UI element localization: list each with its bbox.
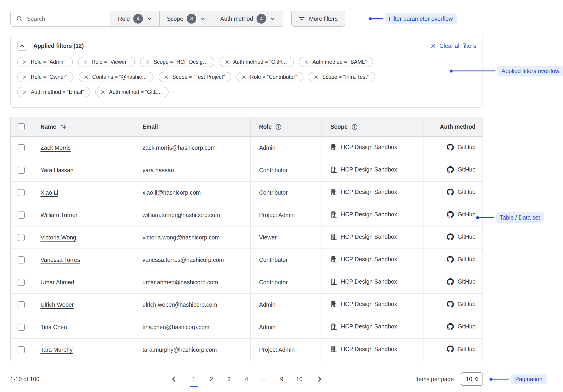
applied-filter-chip[interactable]: Auth method = “GitH… <box>219 57 294 67</box>
annotation-dot <box>369 17 372 20</box>
x-icon[interactable] <box>304 60 309 64</box>
github-icon <box>447 256 454 263</box>
user-name-link[interactable]: Vanessa Torres <box>40 257 80 263</box>
sort-icon[interactable] <box>60 123 67 130</box>
page-button-4[interactable]: 4 <box>242 376 251 382</box>
page-button-9[interactable]: 9 <box>277 376 287 382</box>
auth-method-cell: GitHub <box>424 249 483 271</box>
collapse-toggle-button[interactable] <box>17 41 27 51</box>
dropdown-label: Role <box>118 15 130 22</box>
page-button-2[interactable]: 2 <box>206 376 216 382</box>
x-icon[interactable] <box>22 90 27 95</box>
row-checkbox-cell <box>11 249 32 271</box>
annotation-filter-parameter-overflow: Filter parameter overflow <box>369 13 457 24</box>
applied-filter-chip[interactable]: Scope = “Test Project” <box>159 72 231 82</box>
search-box[interactable] <box>11 11 111 26</box>
user-name-link[interactable]: Xiao Li <box>40 189 58 196</box>
applied-filter-chip[interactable]: Contains = “@hashic… <box>79 72 154 82</box>
org-icon <box>330 301 337 308</box>
applied-filter-chip[interactable]: Auth method = “SAML” <box>299 57 373 67</box>
annotation-dot <box>450 70 453 73</box>
annotation-label: Table / Data set <box>496 212 544 223</box>
user-name-link[interactable]: Umar Ahmed <box>40 279 74 285</box>
github-icon <box>447 278 454 285</box>
applied-filter-chip[interactable]: Scope = “HCP Desig… <box>140 57 214 67</box>
row-checkbox[interactable] <box>18 211 25 219</box>
chip-label: Auth method = “GitH… <box>233 59 287 65</box>
user-name-link[interactable]: Victoria Wong <box>40 234 76 241</box>
user-scope: HCP Design Sandbox <box>341 189 397 195</box>
page-button-3[interactable]: 3 <box>224 376 234 382</box>
filter-dropdown-role[interactable]: Role 4 <box>111 11 159 26</box>
page-button-1[interactable]: 1 <box>189 376 199 382</box>
select-caret-icon <box>474 376 480 382</box>
user-management-page: { "colors": { "link_blue": "#2b62eb", "a… <box>0 0 563 392</box>
x-icon[interactable] <box>22 60 27 64</box>
row-checkbox[interactable] <box>18 234 25 241</box>
filter-dropdown-auth-method[interactable]: Auth method 4 <box>213 11 283 26</box>
items-per-page-select[interactable]: 10 <box>461 372 483 386</box>
info-icon[interactable] <box>351 124 358 130</box>
name-cell: Xiao Li <box>32 182 134 204</box>
chevron-up-icon <box>19 43 25 49</box>
row-checkbox[interactable] <box>18 256 25 263</box>
row-checkbox[interactable] <box>18 167 25 174</box>
x-icon[interactable] <box>145 60 150 64</box>
org-icon <box>330 166 337 173</box>
column-header-auth-label: Auth method <box>440 123 475 130</box>
applied-filter-chip[interactable]: Role = “Owner” <box>17 72 74 82</box>
page-button-10[interactable]: 10 <box>294 376 304 382</box>
row-checkbox[interactable] <box>18 144 25 151</box>
x-icon[interactable] <box>242 75 246 80</box>
name-cell: Vanessa Torres <box>32 249 134 271</box>
table-row: Yara Hassanyara.hassanContributorHCP Des… <box>11 159 483 182</box>
github-icon <box>447 301 454 308</box>
column-header-email-label: Email <box>142 123 158 130</box>
user-auth-method: GitHub <box>458 211 475 218</box>
more-filters-label: More filters <box>309 15 338 22</box>
applied-filter-chip[interactable]: Scope = “Infra Test” <box>308 72 375 82</box>
prev-page-button[interactable] <box>169 374 178 384</box>
user-name-link[interactable]: Zack Morris <box>40 145 71 151</box>
applied-filter-chip[interactable]: Auth method = “Email” <box>17 87 90 97</box>
user-name-link[interactable]: Yara Hassan <box>40 167 74 173</box>
x-icon[interactable] <box>164 75 169 80</box>
row-checkbox-cell <box>11 159 32 182</box>
user-email: tina.chen@hashicorp.com <box>142 324 209 330</box>
more-filters-button[interactable]: More filters <box>291 11 345 26</box>
name-cell: Ulrich Weber <box>32 294 134 316</box>
clear-all-filters-link[interactable]: Clear all filters <box>430 43 476 49</box>
email-cell: xiao.li@hashicorp.com <box>134 182 251 204</box>
row-checkbox[interactable] <box>18 189 25 196</box>
x-icon[interactable] <box>314 75 319 80</box>
user-name-link[interactable]: Tara Murphy <box>40 346 73 353</box>
user-name-link[interactable]: Ulrich Weber <box>40 301 74 308</box>
filter-dropdown-scope[interactable]: Scope 3 <box>159 11 213 26</box>
x-icon[interactable] <box>22 75 27 80</box>
row-checkbox[interactable] <box>18 324 25 331</box>
name-cell: Zack Morris <box>32 137 134 159</box>
next-page-button[interactable] <box>315 374 324 384</box>
role-cell: Contributor <box>251 271 322 294</box>
user-name-link[interactable]: Tina Chen <box>40 324 67 330</box>
applied-filter-chip[interactable]: Role = “Viewer” <box>78 57 135 67</box>
row-checkbox-cell <box>11 226 32 249</box>
row-checkbox[interactable] <box>18 301 25 308</box>
x-icon[interactable] <box>100 90 105 95</box>
info-icon[interactable] <box>275 124 282 130</box>
table-row: Tara Murphytara.murphy@hashicorp.comProj… <box>11 338 483 361</box>
applied-filter-chip[interactable]: Role = “Admin” <box>17 57 73 67</box>
applied-filter-chip[interactable]: Auth method = “GitL… <box>95 87 168 97</box>
role-cell: Contributor <box>251 182 322 204</box>
x-icon[interactable] <box>84 75 89 80</box>
table-row: Zack Morriszack.morris@hashicorp.comAdmi… <box>11 137 483 159</box>
x-icon[interactable] <box>225 60 230 64</box>
select-all-checkbox[interactable] <box>18 123 25 130</box>
applied-filter-chip[interactable]: Role = “Contributor” <box>236 72 304 82</box>
x-icon[interactable] <box>83 60 88 64</box>
row-checkbox[interactable] <box>18 279 25 286</box>
items-per-page: Items per page 10 <box>415 372 483 386</box>
user-name-link[interactable]: William Turner <box>40 212 77 218</box>
row-checkbox[interactable] <box>18 346 25 353</box>
search-input[interactable] <box>27 15 103 22</box>
